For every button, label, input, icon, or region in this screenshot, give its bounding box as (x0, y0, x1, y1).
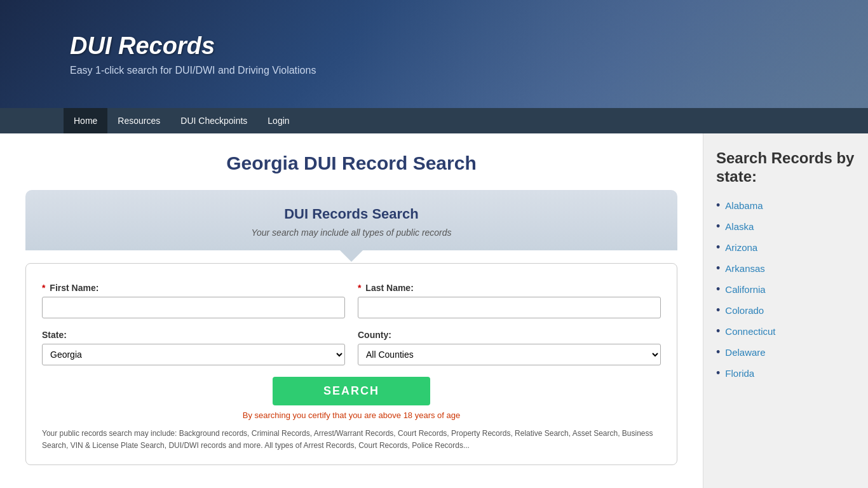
sidebar-bullet: • (716, 346, 720, 359)
site-subtitle: Easy 1-click search for DUI/DWI and Driv… (70, 65, 316, 76)
sidebar-list-item: •Colorado (716, 304, 855, 317)
last-name-input[interactable] (358, 297, 661, 318)
search-box-subtitle: Your search may include all types of pub… (38, 227, 665, 238)
sidebar-bullet: • (716, 220, 720, 233)
county-label: County: (358, 330, 661, 340)
county-select[interactable]: All CountiesApplingAtkinsonBaconBakerBal… (358, 344, 661, 365)
main-content: Georgia DUI Record Search DUI Records Se… (0, 133, 703, 488)
sidebar-list-item: •Arkansas (716, 262, 855, 275)
nav-home[interactable]: Home (64, 108, 107, 133)
age-disclaimer: By searching you certify that you are ab… (42, 410, 661, 420)
last-name-label: * Last Name: (358, 283, 661, 293)
nav-login[interactable]: Login (257, 108, 299, 133)
nav-resources[interactable]: Resources (107, 108, 170, 133)
sidebar-bullet: • (716, 304, 720, 317)
sidebar-bullet: • (716, 199, 720, 212)
sidebar-bullet: • (716, 262, 720, 275)
search-header-box: DUI Records Search Your search may inclu… (25, 190, 677, 250)
sidebar-state-link[interactable]: Florida (725, 368, 754, 379)
search-box-title: DUI Records Search (38, 206, 665, 222)
public-records-text: Your public records search may include: … (42, 428, 661, 452)
state-group: State: AlabamaAlaskaArizonaArkansasCalif… (42, 330, 345, 365)
sidebar-state-link[interactable]: Arizona (725, 242, 757, 253)
search-button[interactable]: SEARCH (273, 377, 430, 405)
sidebar-state-link[interactable]: Alaska (725, 221, 754, 232)
sidebar-list-item: •Alaska (716, 220, 855, 233)
sidebar-bullet: • (716, 241, 720, 254)
first-name-group: * First Name: (42, 283, 345, 318)
sidebar: Search Records by state: •Alabama•Alaska… (703, 133, 868, 488)
sidebar-list-item: •Arizona (716, 241, 855, 254)
first-name-required: * (42, 283, 45, 293)
first-name-input[interactable] (42, 297, 345, 318)
sidebar-state-link[interactable]: Delaware (725, 347, 765, 358)
sidebar-state-link[interactable]: Connecticut (725, 326, 775, 337)
sidebar-state-link[interactable]: California (725, 284, 765, 295)
name-row: * First Name: * Last Name: (42, 283, 661, 318)
sidebar-bullet: • (716, 367, 720, 380)
site-header: DUI Records Easy 1-click search for DUI/… (0, 0, 868, 108)
sidebar-state-list: •Alabama•Alaska•Arizona•Arkansas•Califor… (716, 199, 855, 380)
site-title: DUI Records (70, 32, 316, 60)
last-name-required: * (358, 283, 361, 293)
nav-dui-checkpoints[interactable]: DUI Checkpoints (170, 108, 257, 133)
last-name-group: * Last Name: (358, 283, 661, 318)
sidebar-list-item: •Florida (716, 367, 855, 380)
sidebar-list-item: •Alabama (716, 199, 855, 212)
navigation: Home Resources DUI Checkpoints Login (0, 108, 868, 133)
sidebar-bullet: • (716, 325, 720, 338)
sidebar-bullet: • (716, 283, 720, 296)
sidebar-list-item: •Connecticut (716, 325, 855, 338)
sidebar-state-link[interactable]: Colorado (725, 305, 764, 316)
sidebar-state-link[interactable]: Arkansas (725, 263, 765, 274)
first-name-label: * First Name: (42, 283, 345, 293)
search-btn-row: SEARCH (42, 377, 661, 405)
sidebar-list-item: •Delaware (716, 346, 855, 359)
location-row: State: AlabamaAlaskaArizonaArkansasCalif… (42, 330, 661, 365)
state-label: State: (42, 330, 345, 340)
sidebar-list-item: •California (716, 283, 855, 296)
county-group: County: All CountiesApplingAtkinsonBacon… (358, 330, 661, 365)
main-layout: Georgia DUI Record Search DUI Records Se… (0, 133, 868, 488)
search-form: * First Name: * Last Name: State: (25, 263, 677, 465)
sidebar-state-link[interactable]: Alabama (725, 200, 763, 211)
sidebar-title: Search Records by state: (716, 149, 855, 186)
header-content: DUI Records Easy 1-click search for DUI/… (70, 32, 316, 76)
state-select[interactable]: AlabamaAlaskaArizonaArkansasCaliforniaCo… (42, 344, 345, 365)
header-background (347, 0, 868, 108)
page-heading: Georgia DUI Record Search (25, 152, 677, 174)
